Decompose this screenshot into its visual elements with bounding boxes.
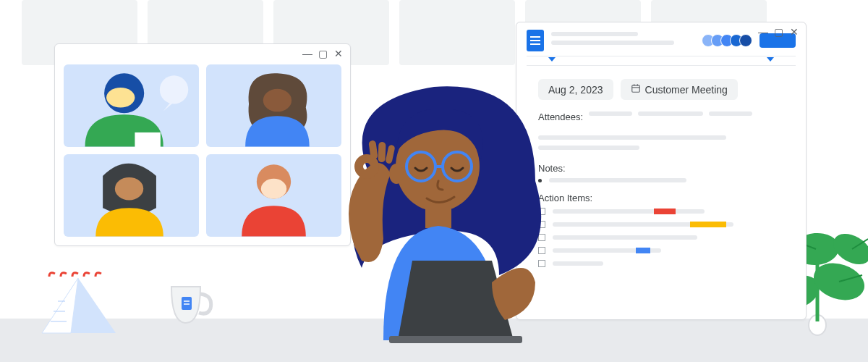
notes-bullet-row	[538, 178, 784, 182]
action-item	[538, 221, 784, 228]
video-grid	[64, 64, 341, 237]
person-illustration	[311, 65, 571, 340]
svg-rect-3	[135, 132, 160, 147]
svg-point-5	[115, 177, 143, 200]
calendar-icon	[631, 83, 641, 96]
window-controls: — ▢ ✕	[758, 27, 799, 37]
svg-rect-17	[425, 206, 451, 228]
video-participant-3	[64, 154, 199, 237]
window-controls: — ▢ ✕	[302, 49, 343, 59]
close-icon[interactable]: ✕	[334, 49, 343, 59]
video-participant-1	[64, 64, 199, 147]
action-item	[538, 247, 784, 254]
svg-rect-22	[389, 336, 522, 343]
svg-point-1	[106, 88, 135, 108]
docs-logo-icon	[527, 30, 544, 51]
collaborator-avatars	[705, 34, 752, 47]
minimize-icon[interactable]: —	[758, 27, 767, 37]
highlight-yellow	[690, 222, 726, 227]
action-items-label: Action Items:	[538, 193, 784, 203]
svg-point-4	[263, 89, 292, 111]
svg-point-13	[389, 164, 404, 184]
doc-title-placeholder	[551, 32, 698, 49]
docs-ruler	[527, 56, 796, 66]
meeting-chip[interactable]: Customer Meeting	[621, 79, 738, 100]
maximize-icon[interactable]: ▢	[774, 27, 783, 37]
action-item	[538, 260, 784, 267]
highlight-blue	[636, 248, 650, 253]
svg-rect-8	[631, 85, 639, 92]
maximize-icon[interactable]: ▢	[318, 49, 327, 59]
svg-rect-26	[182, 297, 192, 310]
notes-label: Notes:	[538, 163, 784, 174]
svg-rect-20	[378, 142, 386, 162]
highlight-red	[654, 209, 676, 214]
minimize-icon[interactable]: —	[302, 49, 311, 59]
video-call-window: — ▢ ✕	[54, 43, 351, 246]
action-item	[538, 234, 784, 241]
svg-point-2	[160, 75, 188, 104]
mug	[163, 279, 213, 333]
svg-point-7	[261, 179, 286, 199]
action-item	[538, 208, 784, 215]
meeting-chip-label: Customer Meeting	[645, 84, 728, 96]
desk-calendar	[36, 271, 123, 339]
close-icon[interactable]: ✕	[790, 27, 799, 37]
